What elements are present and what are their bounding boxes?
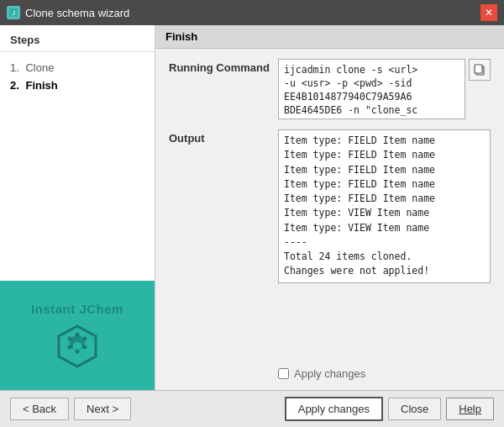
output-line-6: Item type: VIEW Item name (284, 206, 485, 220)
app-icon: J (7, 6, 20, 19)
output-container[interactable]: Item type: FIELD Item name Item type: FI… (278, 129, 491, 283)
step-clone-num: 1. (10, 61, 19, 74)
apply-changes-button[interactable]: Apply changes (285, 397, 383, 421)
output-line-9: Total 24 items cloned. (284, 250, 485, 264)
command-textarea[interactable]: ijcadmin clone -s <url> -u <usr> -p <pwd… (278, 59, 465, 119)
sidebar-brand: Instant JChem (0, 281, 155, 390)
svg-text:J: J (12, 9, 15, 17)
apply-changes-row: Apply changes (169, 367, 491, 380)
output-row: Output Item type: FIELD Item name Item t… (169, 129, 491, 357)
sidebar: Steps 1. Clone 2. Finish Instant JChem (0, 25, 155, 390)
window-title: Clone schema wizard (25, 7, 129, 19)
svg-point-8 (76, 349, 80, 353)
output-line-1: Item type: FIELD Item name (284, 134, 485, 148)
panel-body: Running Command ijcadmin clone -s <url> … (155, 49, 504, 390)
step-clone-label: Clone (25, 61, 54, 74)
main-content: Steps 1. Clone 2. Finish Instant JChem (0, 25, 504, 390)
output-line-10: Changes were not applied! (284, 264, 485, 278)
running-command-label: Running Command (169, 59, 270, 74)
hex-logo-icon (54, 323, 101, 370)
output-label: Output (169, 129, 270, 145)
apply-changes-checkbox[interactable] (278, 368, 289, 379)
svg-rect-12 (475, 65, 482, 73)
output-line-7: Item type: VIEW Item name (284, 221, 485, 235)
svg-point-10 (68, 336, 72, 340)
close-window-button[interactable]: ✕ (480, 4, 497, 21)
running-command-row: Running Command ijcadmin clone -s <url> … (169, 59, 491, 119)
svg-point-6 (83, 336, 87, 340)
back-button[interactable]: < Back (10, 398, 69, 420)
copy-command-button[interactable] (469, 59, 491, 81)
panel-header: Finish (155, 25, 504, 49)
titlebar: J Clone schema wizard ✕ (0, 0, 504, 25)
svg-point-9 (68, 345, 72, 349)
steps-header: Steps (0, 25, 155, 52)
step-finish: 2. Finish (10, 76, 144, 94)
next-button[interactable]: Next > (74, 398, 131, 420)
svg-point-7 (83, 345, 87, 349)
output-line-5: Item type: FIELD Item name (284, 192, 485, 206)
output-line-4: Item type: FIELD Item name (284, 177, 485, 192)
brand-text: Instant JChem (31, 302, 123, 316)
close-button[interactable]: Close (388, 398, 441, 420)
step-finish-num: 2. (10, 79, 19, 92)
copy-icon (473, 63, 486, 76)
right-panel: Finish Running Command ijcadmin clone -s… (155, 25, 504, 390)
output-line-8: ---- (284, 235, 485, 250)
footer: < Back Next > Apply changes Close Help (0, 390, 504, 427)
output-line-2: Item type: FIELD Item name (284, 148, 485, 162)
apply-changes-checkbox-label[interactable]: Apply changes (294, 367, 365, 380)
svg-point-5 (76, 332, 80, 336)
command-container: ijcadmin clone -s <url> -u <usr> -p <pwd… (278, 59, 491, 119)
output-line-3: Item type: FIELD Item name (284, 163, 485, 177)
titlebar-left: J Clone schema wizard (7, 6, 129, 19)
step-clone: 1. Clone (10, 59, 144, 76)
step-finish-label: Finish (25, 79, 57, 92)
help-button[interactable]: Help (446, 398, 494, 420)
steps-list: 1. Clone 2. Finish (0, 52, 155, 281)
